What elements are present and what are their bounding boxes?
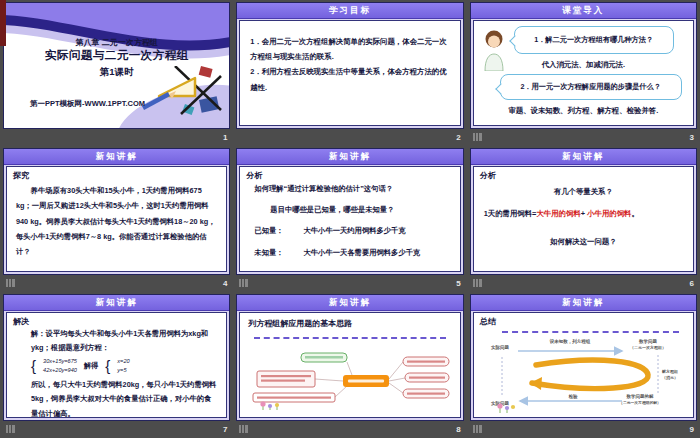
thumbnail-footer: 2 xyxy=(239,131,460,143)
thumbnail-footer: 4 xyxy=(6,277,227,289)
solution-conclusion: 所以，每只大牛1天约需饲料20kg，每只小牛1天约需饲料5kg，饲养员李大叔对大… xyxy=(31,378,218,418)
corner-watermark xyxy=(6,425,15,433)
section-title: 列方程组解应用题的基本思路 xyxy=(248,318,352,329)
corner-watermark xyxy=(473,425,482,433)
relation-suffix: 。 xyxy=(632,209,639,218)
slide-thumbnail-7[interactable]: 新知讲解 解决 解：设平均每头大牛和每头小牛1天各需用饲料为xkg和ykg；根据… xyxy=(3,294,230,421)
thumbnail-footer: 6 xyxy=(473,277,694,289)
diagram-label: 检验 xyxy=(567,394,578,400)
dashed-divider xyxy=(502,331,679,333)
corner-watermark xyxy=(6,279,15,287)
thumbnail-footer: 8 xyxy=(239,423,460,435)
slide-thumbnail-4[interactable]: 新知讲解 探究 养牛场原有30头大牛和15头小牛，1天约需用饲料675 kg；一… xyxy=(3,148,230,275)
section-tag: 总结 xyxy=(480,316,496,327)
slide-cell-4: 新知讲解 探究 养牛场原有30头大牛和15头小牛，1天约需用饲料675 kg；一… xyxy=(0,146,233,292)
slide-content: 1．会用二元一次方程组解决简单的实际问题，体会二元一次方程组与现实生活的联系. … xyxy=(239,20,460,126)
equation-system: { 30x+15y=675 42x+20y=940 解得 { x=20 y=5 xyxy=(31,357,218,375)
slide-thumbnail-1[interactable]: 第八章 二元一次方程组 实际问题与二元一次方程组 第1课时 第一PPT模板网-W… xyxy=(3,2,230,129)
slide-number: 4 xyxy=(223,279,227,288)
corner-watermark xyxy=(473,133,482,141)
slide-thumbnail-9[interactable]: 新知讲解 总结 实际问题 xyxy=(470,294,697,421)
session-subtitle: 第1课时 xyxy=(4,66,229,79)
slide-cell-3: 课堂导入 1．解二元一次方程组有哪几种方法？ 代入消元法、加减消元法. 2．用一… xyxy=(467,0,700,146)
slide-thumbnail-6[interactable]: 新知讲解 分析 有几个等量关系？ 1天的需用饲料=大牛用的饲料+ 小牛用的饲料。… xyxy=(470,148,697,275)
slide-header: 新知讲解 xyxy=(237,295,462,311)
slide-sorter-grid: 第八章 二元一次方程组 实际问题与二元一次方程组 第1课时 第一PPT模板网-W… xyxy=(0,0,700,438)
thumbnail-footer: 1 xyxy=(6,131,227,143)
known-value: 大牛小牛一天约用饲料多少千克 xyxy=(304,225,406,237)
goal-item-1: 1．会用二元一次方程组解决简单的实际问题，体会二元一次方程组与现实生活的联系. xyxy=(250,34,449,64)
thumbnail-footer: 3 xyxy=(473,131,694,143)
slide-header: 课堂导入 xyxy=(471,3,696,19)
diagram-label: （二元一次方程组的解） xyxy=(619,400,661,405)
corner-watermark xyxy=(239,279,248,287)
slide-content: 探究 养牛场原有30头大牛和15头小牛，1天约需用饲料675 kg；一周后又购进… xyxy=(6,166,227,272)
equality-relation: 1天的需用饲料=大牛用的饲料+ 小牛用的饲料。 xyxy=(484,209,639,219)
analysis-question-1: 有几个等量关系？ xyxy=(474,187,693,197)
slide-number: 6 xyxy=(690,279,694,288)
slide-thumbnail-8[interactable]: 新知讲解 列方程组解应用题的基本思路 xyxy=(236,294,463,421)
unknown-value: 大牛小牛一天各需要用饲料多少千克 xyxy=(304,247,421,259)
equation-1: 30x+15y=675 xyxy=(43,357,77,366)
diagram-label: 解方程组 xyxy=(661,369,678,374)
relation-red-1: 大牛用的饲料 xyxy=(536,209,580,218)
question-1: 1．解二元一次方程组有哪几种方法？ xyxy=(534,35,653,45)
slide-content: 分析 如何理解“通过计算检验他的估计”这句话？ 题目中哪些是已知量，哪些是未知量… xyxy=(239,166,460,272)
slide-number: 1 xyxy=(223,133,227,142)
thumbnail-footer: 5 xyxy=(239,277,460,289)
diagram-label: 实际问题 xyxy=(491,344,510,351)
screenshot-edge-artifact xyxy=(0,0,6,46)
left-brace: { xyxy=(105,358,110,373)
presentation-title: 实际问题与二元一次方程组 xyxy=(4,48,229,63)
known-label: 已知量： xyxy=(254,225,283,237)
slide-number: 7 xyxy=(223,425,227,434)
slide-number: 8 xyxy=(456,425,460,434)
slide-header: 新知讲解 xyxy=(471,295,696,311)
site-watermark: 第一PPT模板网-WWW.1PPT.COM xyxy=(30,99,145,109)
slide-number: 2 xyxy=(456,133,460,142)
slide-cell-7: 新知讲解 解决 解：设平均每头大牛和每头小牛1天各需用饲料为xkg和ykg；根据… xyxy=(0,292,233,438)
answer-1: 代入消元法、加减消元法. xyxy=(474,60,693,70)
slide-thumbnail-3[interactable]: 课堂导入 1．解二元一次方程组有哪几种方法？ 代入消元法、加减消元法. 2．用一… xyxy=(470,2,697,129)
solution-2: y=5 xyxy=(117,366,129,375)
summary-diagram: 实际问题 设未知数，列方程组 数学问题 （二元一次方程组） 解方程组 （消元） … xyxy=(488,335,684,413)
slide-cell-6: 新知讲解 分析 有几个等量关系？ 1天的需用饲料=大牛用的饲料+ 小牛用的饲料。… xyxy=(467,146,700,292)
question-bubble-2: 2．用一元一次方程解应用题的步骤是什么？ xyxy=(500,74,682,100)
solution-mindmap xyxy=(251,345,451,411)
problem-text: 养牛场原有30头大牛和15头小牛，1天约需用饲料675 kg；一周后又购进12头… xyxy=(7,167,226,260)
chapter-title: 第八章 二元一次方程组 xyxy=(4,37,229,48)
slide-thumbnail-5[interactable]: 新知讲解 分析 如何理解“通过计算检验他的估计”这句话？ 题目中哪些是已知量，哪… xyxy=(236,148,463,275)
analysis-question-2: 如何解决这一问题？ xyxy=(474,237,693,247)
relation-red-2: 小牛用的饲料 xyxy=(585,209,631,218)
slide-content: 1．解二元一次方程组有哪几种方法？ 代入消元法、加减消元法. 2．用一元一次方程… xyxy=(473,20,694,126)
solution-intro: 解：设平均每头大牛和每头小牛1天各需用饲料为xkg和ykg；根据题意列方程： xyxy=(31,327,218,355)
slide-content: 总结 实际问题 设未知数，列方程组 xyxy=(473,312,694,418)
solution-1: x=20 xyxy=(117,357,129,366)
slide-header: 学习目标 xyxy=(237,3,462,19)
goal-item-2: 2．利用方程去反映现实生活中等量关系，体会方程方法的优越性. xyxy=(250,64,449,94)
diagram-label: 设未知数，列方程组 xyxy=(548,338,590,345)
flower-decoration xyxy=(261,401,280,410)
corner-watermark xyxy=(473,279,482,287)
answer-2: 审题、设未知数、列方程、解方程、检验并答. xyxy=(474,106,693,116)
question-2: 2．用一元一次方程解应用题的步骤是什么？ xyxy=(520,82,661,92)
slide-cell-1: 第八章 二元一次方程组 实际问题与二元一次方程组 第1课时 第一PPT模板网-W… xyxy=(0,0,233,146)
slide-cell-8: 新知讲解 列方程组解应用题的基本思路 xyxy=(233,292,466,438)
slide-cell-9: 新知讲解 总结 实际问题 xyxy=(467,292,700,438)
slide-number: 9 xyxy=(690,425,694,434)
slide-header: 新知讲解 xyxy=(4,149,229,165)
analysis-question-1: 如何理解“通过计算检验他的估计”这句话？ xyxy=(254,183,451,195)
section-tag: 分析 xyxy=(246,170,262,181)
section-tag: 探究 xyxy=(13,170,29,181)
slide-header: 新知讲解 xyxy=(471,149,696,165)
unknown-label: 未知量： xyxy=(254,247,283,259)
slide-header: 新知讲解 xyxy=(237,149,462,165)
diagram-label: 数学问题的解 xyxy=(625,393,654,400)
slide-cell-2: 学习目标 1．会用二元一次方程组解决简单的实际问题，体会二元一次方程组与现实生活… xyxy=(233,0,466,146)
section-tag: 解决 xyxy=(13,316,29,327)
diagram-label: （二元一次方程组） xyxy=(630,345,666,350)
slide-content: 分析 有几个等量关系？ 1天的需用饲料=大牛用的饲料+ 小牛用的饲料。 如何解决… xyxy=(473,166,694,272)
slide-thumbnail-2[interactable]: 学习目标 1．会用二元一次方程组解决简单的实际问题，体会二元一次方程组与现实生活… xyxy=(236,2,463,129)
solve-label: 解得 xyxy=(84,359,98,373)
slide-content: 列方程组解应用题的基本思路 xyxy=(239,312,460,418)
